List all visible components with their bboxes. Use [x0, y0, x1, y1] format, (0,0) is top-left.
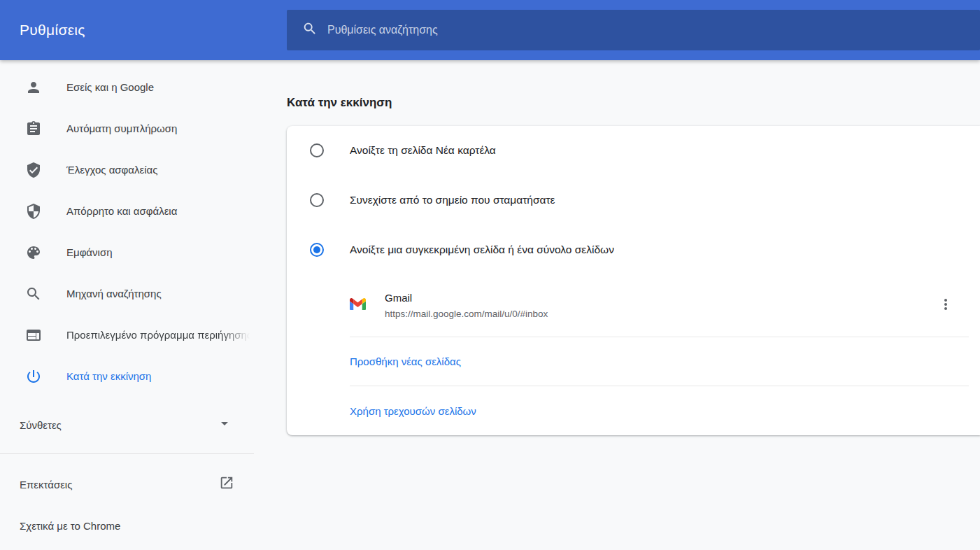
sidebar-item-privacy-security[interactable]: Απόρρητο και ασφάλεια [0, 190, 254, 232]
radio-label: Συνεχίστε από το σημείο που σταματήσατε [350, 194, 555, 206]
settings-search-input[interactable] [327, 24, 980, 36]
startup-page-url: https://mail.google.com/mail/u/0/#inbox [385, 309, 548, 319]
use-current-pages-link[interactable]: Χρήση τρεχουσών σελίδων [350, 405, 476, 417]
radio-unchecked[interactable] [310, 143, 324, 157]
radio-unchecked[interactable] [310, 193, 324, 207]
autofill-icon [25, 120, 42, 137]
person-icon [25, 79, 42, 96]
add-page-row: Προσθήκη νέας σελίδας [287, 337, 980, 386]
sidebar-item-you-and-google[interactable]: Εσείς και η Google [0, 66, 254, 108]
startup-page-title: Gmail [385, 292, 548, 304]
startup-page-info: Gmail https://mail.google.com/mail/u/0/#… [385, 292, 548, 319]
startup-option-new-tab[interactable]: Ανοίξτε τη σελίδα Νέα καρτέλα [287, 126, 980, 176]
appearance-icon [25, 244, 42, 261]
sidebar-item-label: Εμφάνιση [66, 246, 112, 258]
sidebar-item-label: Κατά την εκκίνηση [66, 370, 151, 382]
chevron-down-icon [216, 415, 233, 435]
sidebar-item-label: Απόρρητο και ασφάλεια [66, 205, 177, 217]
sidebar-item-autofill[interactable]: Αυτόματη συμπλήρωση [0, 108, 254, 149]
startup-option-specific-pages[interactable]: Ανοίξτε μια συγκεκριμένη σελίδα ή ένα σύ… [287, 225, 980, 274]
sidebar-item-safety-check[interactable]: Έλεγχος ασφαλείας [0, 149, 254, 190]
sidebar-item-label: Μηχανή αναζήτησης [66, 288, 162, 299]
startup-page-row: Gmail https://mail.google.com/mail/u/0/#… [287, 274, 980, 337]
sidebar-item-about-chrome[interactable]: Σχετικά με το Chrome [0, 505, 254, 547]
settings-sidebar: Εσείς και η Google Αυτόματη συμπλήρωση Έ… [0, 60, 254, 550]
sidebar-advanced-toggle[interactable]: Σύνθετες [0, 404, 254, 446]
sidebar-item-appearance[interactable]: Εμφάνιση [0, 232, 254, 273]
sidebar-item-default-browser[interactable]: Προεπιλεγμένο πρόγραμμα περιήγησης [0, 314, 254, 355]
settings-search-box [287, 10, 980, 50]
open-in-new-icon [219, 475, 234, 493]
startup-option-continue[interactable]: Συνεχίστε από το σημείο που σταματήσατε [287, 176, 980, 225]
radio-label: Ανοίξτε μια συγκεκριμένη σελίδα ή ένα σύ… [350, 244, 614, 256]
on-startup-card: Ανοίξτε τη σελίδα Νέα καρτέλα Συνεχίστε … [287, 126, 980, 435]
app-header: Ρυθμίσεις [0, 0, 980, 60]
section-title: Κατά την εκκίνηση [287, 96, 392, 110]
power-icon [25, 368, 42, 385]
sidebar-item-extensions[interactable]: Επεκτάσεις [0, 463, 254, 505]
sidebar-item-label: Αυτόματη συμπλήρωση [66, 122, 177, 134]
about-label: Σχετικά με το Chrome [20, 520, 120, 532]
extensions-label: Επεκτάσεις [20, 479, 72, 491]
radio-checked[interactable] [310, 243, 324, 257]
use-current-row: Χρήση τρεχουσών σελίδων [287, 386, 980, 435]
safety-check-icon [25, 162, 42, 178]
sidebar-item-search-engine[interactable]: Μηχανή αναζήτησης [0, 273, 254, 314]
gmail-icon [350, 298, 366, 313]
search-icon [287, 21, 318, 39]
privacy-security-icon [25, 203, 42, 220]
add-new-page-link[interactable]: Προσθήκη νέας σελίδας [350, 355, 461, 367]
sidebar-item-label: Προεπιλεγμένο πρόγραμμα περιήγησης [66, 329, 252, 341]
default-browser-icon [25, 327, 42, 344]
advanced-label: Σύνθετες [20, 419, 62, 431]
sidebar-item-on-startup[interactable]: Κατά την εκκίνηση [0, 355, 254, 397]
sidebar-divider [0, 453, 254, 454]
sidebar-item-label: Έλεγχος ασφαλείας [66, 164, 157, 176]
more-actions-button[interactable] [933, 292, 958, 318]
radio-label: Ανοίξτε τη σελίδα Νέα καρτέλα [350, 144, 496, 157]
sidebar-item-label: Εσείς και η Google [66, 81, 154, 93]
search-engine-icon [25, 285, 42, 302]
page-title: Ρυθμίσεις [20, 22, 85, 38]
more-vert-icon [937, 296, 954, 315]
